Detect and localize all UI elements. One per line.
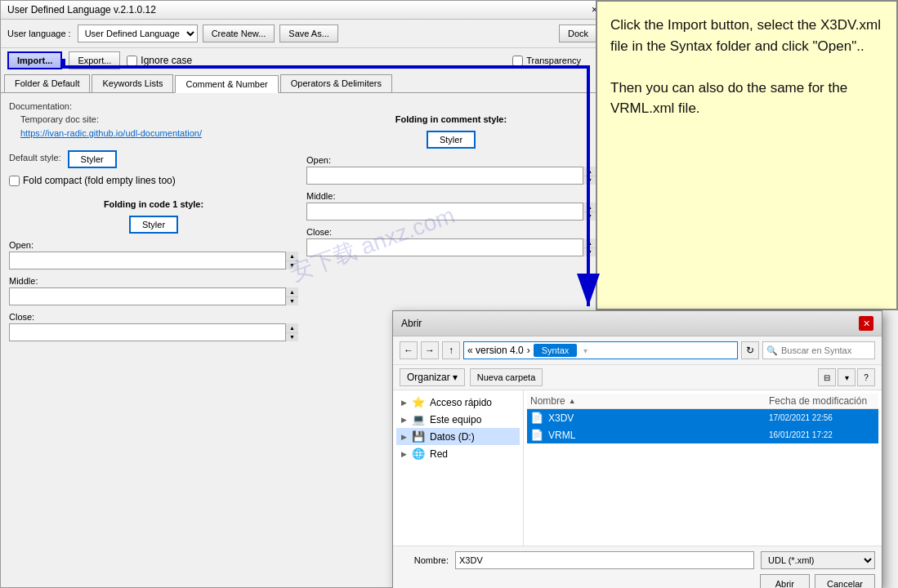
comment-middle-spin-up[interactable]: ▲ <box>583 203 596 212</box>
code1-close-input[interactable] <box>9 323 298 341</box>
dialog-titlebar: Abrir ✕ <box>393 311 882 336</box>
comment-middle-label: Middle: <box>306 191 596 201</box>
filetype-select[interactable]: UDL (*.xml) <box>761 551 875 569</box>
code1-open-spin-up[interactable]: ▲ <box>286 252 298 261</box>
transparency-checkbox[interactable] <box>512 56 523 66</box>
import-button[interactable]: Import... <box>7 51 62 69</box>
code1-middle-spin-up[interactable]: ▲ <box>286 287 298 297</box>
comment-open-spin-dn[interactable]: ▼ <box>583 176 596 185</box>
default-style-label: Default style: <box>9 153 61 163</box>
doc-link[interactable]: https://ivan-radic.github.io/udl-documen… <box>20 128 202 138</box>
user-language-label: User language : <box>7 29 71 38</box>
syntax-breadcrumb[interactable]: Syntax <box>534 344 578 357</box>
code1-close-spin-dn[interactable]: ▼ <box>286 333 298 342</box>
dialog-close-button[interactable]: ✕ <box>859 316 873 331</box>
este-equipo-label: Este equipo <box>430 414 481 425</box>
code1-open-spin-dn[interactable]: ▼ <box>286 261 298 270</box>
cancelar-button[interactable]: Cancelar <box>815 574 875 588</box>
tab-keywords-lists[interactable]: Keywords Lists <box>92 74 173 92</box>
udl-toolbar-row1: User language : User Defined Language Cr… <box>1 20 604 48</box>
comment-middle-group: Middle: ▲ ▼ <box>306 191 596 220</box>
acceso-rapido-label: Acceso rápido <box>430 397 492 408</box>
forward-button[interactable]: → <box>421 341 439 359</box>
tab-folder-default[interactable]: Folder & Default <box>4 74 90 92</box>
code1-styler-button[interactable]: Styler <box>129 216 178 234</box>
tab-operators-delimiters[interactable]: Operators & Delimiters <box>280 74 392 92</box>
view-btn-2[interactable]: ▾ <box>838 368 856 386</box>
default-style-section: Default style: Styler <box>9 150 298 168</box>
code1-open-spinner: ▲ ▼ <box>285 252 298 270</box>
code1-open-label: Open: <box>9 240 298 250</box>
comment-middle-spinner: ▲ ▼ <box>583 203 596 220</box>
col-date-header: Fecha de modificación <box>769 395 875 407</box>
organize-button[interactable]: Organizar ▾ <box>400 368 465 386</box>
files-header: Nombre ▲ Fecha de modificación <box>527 394 878 409</box>
export-button[interactable]: Export... <box>69 51 120 69</box>
red-icon: 🌐 <box>412 448 425 460</box>
annotation-text: Click the Import button, select the X3DV… <box>610 15 883 119</box>
back-button[interactable]: ← <box>400 341 418 359</box>
comment-middle-spin-dn[interactable]: ▼ <box>583 212 596 221</box>
sidebar-item-red[interactable]: ▶ 🌐 Red <box>396 445 520 462</box>
view-btn-1[interactable]: ⊟ <box>818 368 836 386</box>
x3dv-file-icon: 📄 <box>530 412 543 424</box>
create-new-button[interactable]: Create New... <box>203 24 275 42</box>
default-styler-button[interactable]: Styler <box>68 150 117 168</box>
equipo-icon: 💻 <box>412 413 425 425</box>
comment-close-label: Close: <box>306 227 596 237</box>
user-language-select[interactable]: User Defined Language <box>78 24 198 42</box>
search-icon: 🔍 <box>766 345 778 356</box>
refresh-button[interactable]: ↻ <box>741 341 759 359</box>
col-name-header: Nombre ▲ <box>530 395 769 407</box>
comment-open-spinner: ▲ ▼ <box>583 167 596 185</box>
x3dv-file-name: X3DV <box>548 412 769 424</box>
documentation-label: Documentation: <box>9 101 298 111</box>
file-row-x3dv[interactable]: 📄 X3DV 17/02/2021 22:56 <box>527 409 878 426</box>
folding-code1-title: Folding in code 1 style: <box>9 199 298 209</box>
filename-label: Nombre: <box>400 555 449 565</box>
vrml-file-icon: 📄 <box>530 429 543 441</box>
filename-input[interactable] <box>455 551 754 569</box>
fold-compact-label: Fold compact (fold empty lines too) <box>23 175 176 186</box>
code1-close-spin-up[interactable]: ▲ <box>286 323 298 333</box>
expand-arrow-red: ▶ <box>401 450 407 458</box>
fold-compact-section: Fold compact (fold empty lines too) <box>9 175 298 186</box>
acceso-rapido-icon: ⭐ <box>412 396 425 408</box>
datos-d-label: Datos (D:) <box>430 431 475 443</box>
documentation-section: Documentation: Temporary doc site: https… <box>9 101 298 139</box>
help-button[interactable]: ? <box>857 368 875 386</box>
up-button[interactable]: ↑ <box>442 341 460 359</box>
comment-styler-button[interactable]: Styler <box>427 131 476 149</box>
code1-open-input[interactable] <box>9 252 298 270</box>
comment-open-spin-up[interactable]: ▲ <box>583 167 596 176</box>
dock-button[interactable]: Dock <box>559 24 597 42</box>
breadcrumb-text: « version 4.0 <box>467 345 524 356</box>
abrir-button[interactable]: Abrir <box>760 574 810 588</box>
comment-close-spin-dn[interactable]: ▼ <box>583 248 596 257</box>
dialog-body: ▶ ⭐ Acceso rápido ▶ 💻 Este equipo ▶ 💾 Da… <box>393 390 882 546</box>
comment-close-spin-up[interactable]: ▲ <box>583 238 596 248</box>
code1-close-spinner: ▲ ▼ <box>285 323 298 341</box>
udl-left-panel: Documentation: Temporary doc site: https… <box>9 101 298 575</box>
sidebar-item-datos-d[interactable]: ▶ 💾 Datos (D:) <box>396 428 520 445</box>
comment-open-input[interactable] <box>306 167 596 185</box>
code1-middle-spin-dn[interactable]: ▼ <box>286 297 298 306</box>
fold-compact-checkbox[interactable] <box>9 176 20 186</box>
comment-close-group: Close: ▲ ▼ <box>306 227 596 256</box>
ignore-case-checkbox[interactable] <box>127 56 137 66</box>
comment-middle-input[interactable] <box>306 203 596 220</box>
file-row-vrml[interactable]: 📄 VRML 16/01/2021 17:22 <box>527 426 878 443</box>
breadcrumb-arrow: › <box>527 345 530 356</box>
save-as-button[interactable]: Save As... <box>279 24 338 42</box>
sidebar-item-este-equipo[interactable]: ▶ 💻 Este equipo <box>396 411 520 428</box>
tab-comment-number[interactable]: Comment & Number <box>175 75 278 93</box>
new-folder-button[interactable]: Nueva carpeta <box>470 368 543 386</box>
sidebar-item-acceso-rapido[interactable]: ▶ ⭐ Acceso rápido <box>396 394 520 411</box>
ignore-case-label: Ignore case <box>141 55 192 66</box>
code1-middle-input[interactable] <box>9 287 298 305</box>
vrml-file-date: 16/01/2021 17:22 <box>769 430 875 439</box>
datos-icon: 💾 <box>412 430 425 443</box>
udl-title: User Defined Language v.2.1.0.12 <box>7 4 156 16</box>
search-input[interactable] <box>781 345 871 355</box>
comment-close-input[interactable] <box>306 238 596 256</box>
